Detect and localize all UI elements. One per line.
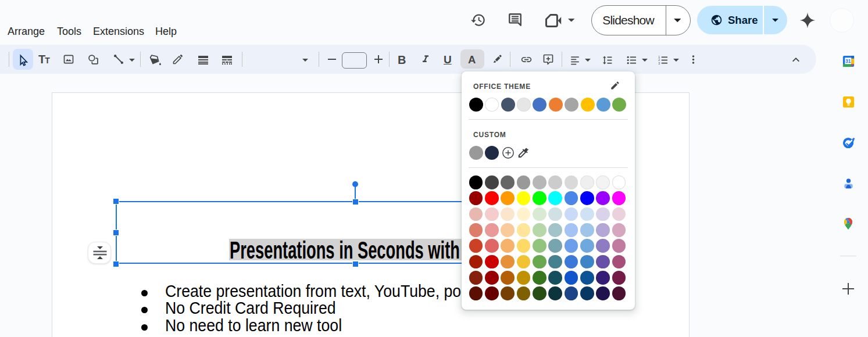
svg-text:3: 3 [658,61,660,64]
svg-text:31: 31 [845,58,851,64]
